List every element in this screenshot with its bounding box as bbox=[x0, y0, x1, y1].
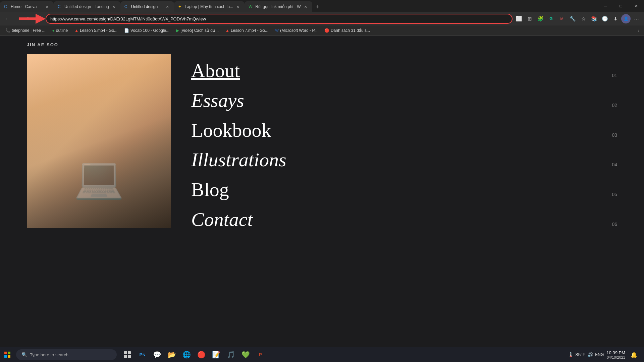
grid-icon[interactable]: ⊞ bbox=[525, 14, 535, 24]
lang-label: ENG bbox=[595, 352, 604, 357]
download-icon[interactable]: ⬇ bbox=[610, 14, 621, 24]
bookmark-outline-label: outline bbox=[56, 28, 68, 33]
taskbar: 🔍 Type here to search Ps 💬 📂 🌐 🔴 📝 🎵 💚 P… bbox=[0, 347, 644, 362]
arrow-indicator bbox=[19, 14, 46, 24]
taskbar-zalo-icon[interactable]: 💬 bbox=[150, 347, 164, 362]
tab-home-canva[interactable]: C Home - Canva ✕ bbox=[0, 1, 54, 12]
svg-rect-0 bbox=[4, 352, 7, 354]
taskbar-edge-icon[interactable]: 🌐 bbox=[180, 347, 193, 362]
new-tab-button[interactable]: + bbox=[312, 2, 322, 12]
tab5-title: Rút gọn link miễn phí - W bbox=[255, 4, 301, 9]
taskbar-line-icon[interactable]: 💚 bbox=[239, 347, 252, 362]
close-button[interactable]: ✕ bbox=[629, 0, 644, 12]
mwg-icon[interactable]: M bbox=[557, 14, 567, 24]
bookmark-lesson5[interactable]: ▲ Lesson 5.mp4 - Go... bbox=[72, 27, 120, 34]
bookmark-video[interactable]: ▶ [Video] Cách sử dụ... bbox=[173, 27, 221, 34]
taskbar-photoshop-icon[interactable]: Ps bbox=[136, 347, 149, 362]
nav-label-illustrations: Illustrations bbox=[191, 149, 286, 171]
tab4-favicon: ✦ bbox=[178, 4, 183, 9]
nav-number-lookbook: 03 bbox=[612, 132, 617, 138]
address-input[interactable] bbox=[46, 14, 513, 24]
nav-number-contact: 06 bbox=[612, 222, 617, 227]
taskbar-search[interactable]: 🔍 Type here to search bbox=[16, 349, 117, 360]
minimize-button[interactable]: ─ bbox=[598, 0, 613, 12]
bookmark-danhsach[interactable]: 🔴 Danh sách 31 đầu s... bbox=[322, 27, 373, 34]
tab1-favicon: C bbox=[4, 4, 9, 9]
nav-number-blog: 05 bbox=[612, 192, 617, 197]
nav-number-illustrations: 04 bbox=[612, 162, 617, 167]
taskbar-coc-coc-icon[interactable]: 🔴 bbox=[195, 347, 208, 362]
taskbar-view-icon[interactable] bbox=[121, 347, 134, 362]
tab1-close[interactable]: ✕ bbox=[44, 4, 50, 9]
clock-date: 04/10/2021 bbox=[606, 355, 625, 359]
tab-untitled-landing[interactable]: C Untitled design - Landing ✕ bbox=[54, 1, 120, 12]
nav-item-illustrations[interactable]: Illustrations 04 bbox=[191, 146, 617, 174]
start-button[interactable] bbox=[0, 347, 15, 362]
bookmark-lesson5-favicon: ▲ bbox=[74, 28, 78, 33]
bookmark-vocab-label: Vocab 100 - Google... bbox=[130, 28, 169, 33]
bookmark-outline[interactable]: ● outline bbox=[50, 27, 71, 34]
tab4-close[interactable]: ✕ bbox=[235, 4, 240, 9]
address-bar-wrapper bbox=[46, 14, 513, 24]
svg-rect-7 bbox=[128, 355, 131, 358]
more-options[interactable]: ⋯ bbox=[631, 14, 641, 24]
tab3-close[interactable]: ✕ bbox=[165, 4, 170, 9]
maximize-button[interactable]: □ bbox=[613, 0, 629, 12]
volume-icon[interactable]: 🔊 bbox=[587, 352, 593, 357]
back-button[interactable]: ← bbox=[3, 14, 12, 23]
search-glass-icon: 🔍 bbox=[21, 352, 27, 357]
tab3-title: Untitled design bbox=[131, 4, 163, 9]
notification-button[interactable]: 🔔 bbox=[628, 349, 640, 361]
bookmarks-more-button[interactable]: › bbox=[636, 27, 641, 34]
tab-laptop[interactable]: ✦ Laptop | Máy tính xách ta... ✕ bbox=[174, 1, 245, 12]
taskbar-spotify-icon[interactable]: 🎵 bbox=[224, 347, 237, 362]
nav-item-contact[interactable]: Contact 06 bbox=[191, 206, 617, 233]
arrow-body bbox=[19, 17, 36, 20]
svg-rect-3 bbox=[8, 355, 10, 358]
profile-avatar[interactable]: 👤 bbox=[621, 14, 631, 23]
svg-rect-5 bbox=[128, 351, 131, 354]
bookmark-video-label: [Video] Cách sử dụ... bbox=[180, 28, 219, 33]
bookmark-video-favicon: ▶ bbox=[176, 28, 179, 33]
network-icon[interactable]: 🌡️ bbox=[568, 352, 574, 357]
system-clock[interactable]: 10:39 PM 04/10/2021 bbox=[606, 350, 625, 359]
bookmark-lesson7[interactable]: ▲ Lesson 7.mp4 - Go... bbox=[223, 27, 271, 34]
nav-item-about[interactable]: About 01 bbox=[191, 57, 617, 84]
nav-label-contact: Contact bbox=[191, 209, 253, 230]
nav-item-blog[interactable]: Blog 05 bbox=[191, 176, 617, 203]
navigation-menu: About 01 Essays 02 Lookbook 03 Illustrat… bbox=[191, 54, 617, 233]
title-bar: C Home - Canva ✕ C Untitled design - Lan… bbox=[0, 0, 644, 12]
tab4-title: Laptop | Máy tính xách ta... bbox=[185, 4, 233, 9]
taskbar-sticky-icon[interactable]: 📝 bbox=[209, 347, 223, 362]
taskbar-files-icon[interactable]: 📂 bbox=[165, 347, 178, 362]
bookmark-danhsach-favicon: 🔴 bbox=[324, 28, 329, 33]
nav-label-lookbook: Lookbook bbox=[191, 120, 271, 141]
cast-icon[interactable]: ⬜ bbox=[514, 14, 524, 24]
tab3-favicon: C bbox=[124, 4, 129, 9]
nav-number-about: 01 bbox=[612, 73, 617, 78]
nav-label-blog: Blog bbox=[191, 179, 229, 200]
nav-number-essays: 02 bbox=[612, 103, 617, 108]
collections-icon[interactable]: 📚 bbox=[589, 14, 599, 24]
nav-item-essays[interactable]: Essays 02 bbox=[191, 87, 617, 114]
canva-header: JIN AE SOO bbox=[27, 42, 617, 47]
grammarly-icon[interactable]: G bbox=[546, 14, 556, 24]
tab5-close[interactable]: ✕ bbox=[303, 4, 308, 9]
taskbar-powerpoint-icon[interactable]: P bbox=[254, 347, 267, 362]
favorites-icon[interactable]: ☆ bbox=[578, 14, 588, 24]
tab2-title: Untitled design - Landing bbox=[64, 4, 109, 9]
tab-rutgon[interactable]: W Rút gọn link miễn phí - W ✕ bbox=[245, 1, 312, 12]
puzzle-icon[interactable]: 🔧 bbox=[568, 14, 578, 24]
bookmark-lesson5-label: Lesson 5.mp4 - Go... bbox=[80, 28, 117, 33]
tab2-favicon: C bbox=[58, 4, 62, 9]
extension-icon[interactable]: 🧩 bbox=[535, 14, 545, 24]
nav-item-lookbook[interactable]: Lookbook 03 bbox=[191, 117, 617, 144]
tab5-favicon: W bbox=[249, 4, 253, 9]
nav-label-essays: Essays bbox=[191, 90, 244, 111]
tab2-close[interactable]: ✕ bbox=[111, 4, 116, 9]
tab-untitled-design[interactable]: C Untitled design ✕ bbox=[120, 1, 174, 12]
bookmark-telephone[interactable]: 📞 telephone | Free ... bbox=[3, 27, 48, 34]
history-icon[interactable]: 🕐 bbox=[600, 14, 610, 24]
bookmark-vocab[interactable]: 📄 Vocab 100 - Google... bbox=[121, 27, 172, 34]
bookmark-msword[interactable]: W (Microsoft Word - P... bbox=[272, 27, 320, 34]
